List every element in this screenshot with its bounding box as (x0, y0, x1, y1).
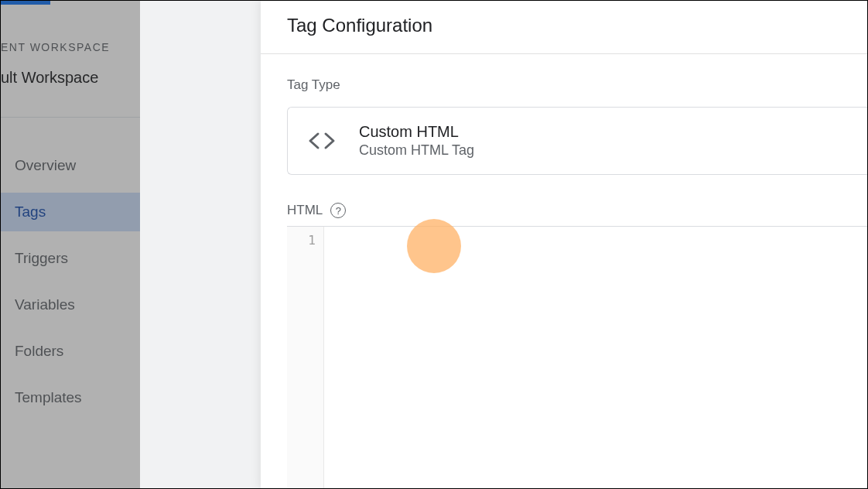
tag-type-selector[interactable]: Custom HTML Custom HTML Tag (287, 107, 867, 175)
sidebar-item-templates[interactable]: Templates (1, 378, 140, 417)
tag-type-label: Tag Type (261, 54, 867, 107)
workspace-section-label: ENT WORKSPACE (1, 41, 110, 53)
editor-content-area[interactable] (324, 227, 867, 489)
sidebar-item-label: Variables (15, 296, 75, 313)
panel-header: Tag Configuration (261, 1, 867, 54)
sidebar: ENT WORKSPACE ult Workspace Overview Tag… (1, 1, 140, 488)
sidebar-item-label: Overview (15, 157, 76, 174)
panel-gap (140, 1, 264, 488)
sidebar-item-label: Templates (15, 389, 82, 406)
sidebar-item-folders[interactable]: Folders (1, 332, 140, 371)
line-number: 1 (287, 233, 316, 248)
sidebar-item-label: Triggers (15, 250, 68, 267)
help-icon[interactable]: ? (330, 203, 346, 218)
sidebar-item-variables[interactable]: Variables (1, 286, 140, 324)
active-tab-indicator (1, 1, 50, 5)
tag-configuration-panel: Tag Configuration Tag Type Custom HTML C… (261, 1, 867, 488)
html-code-editor[interactable]: 1 (287, 226, 867, 489)
code-brackets-icon (306, 125, 337, 156)
html-field-label: HTML (287, 203, 323, 218)
workspace-name[interactable]: ult Workspace (1, 69, 98, 87)
sidebar-divider (1, 117, 140, 118)
sidebar-item-label: Tags (15, 203, 46, 221)
tag-type-subtitle: Custom HTML Tag (359, 142, 474, 159)
editor-gutter: 1 (287, 227, 324, 489)
tag-type-title: Custom HTML (359, 123, 474, 141)
sidebar-item-overview[interactable]: Overview (1, 146, 140, 185)
sidebar-item-tags[interactable]: Tags (1, 193, 140, 231)
sidebar-item-triggers[interactable]: Triggers (1, 239, 140, 278)
panel-title: Tag Configuration (287, 15, 841, 36)
sidebar-item-label: Folders (15, 343, 63, 360)
